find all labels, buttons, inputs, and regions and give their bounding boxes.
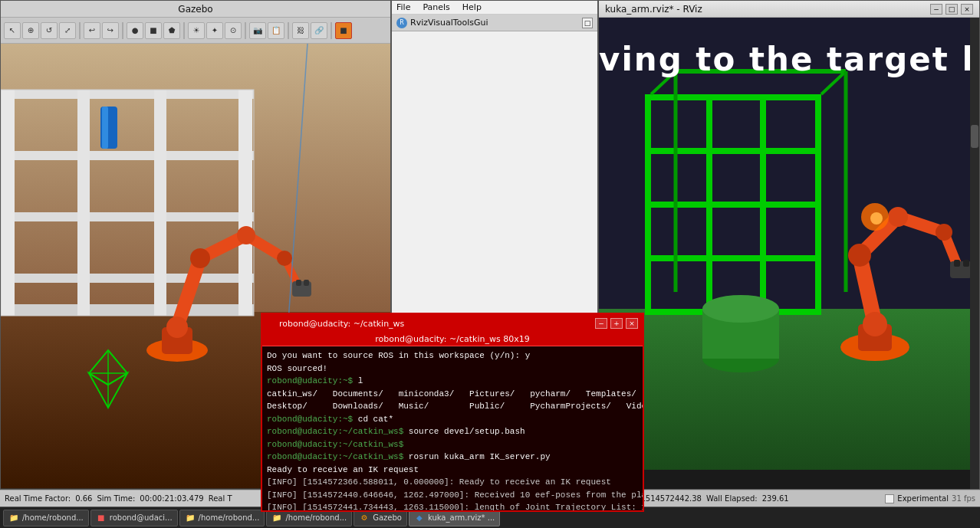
rviz-status-right: Experimental 31 fps [885,494,975,503]
toolbar-rotate[interactable]: ↺ [41,22,58,39]
taskbar-terminal-icon: ■ [96,513,107,523]
rviz-scene-svg [599,18,975,470]
svg-rect-3 [1,151,254,160]
terminal-title: robond@udacity: ~/catkin_ws [279,319,404,329]
rviz-window: kuka_arm.rviz* - RViz − □ × [598,0,980,490]
svg-rect-60 [963,260,969,267]
term-line-0: Do you want to source ROS in this worksp… [267,349,638,362]
term-line-4: Desktop/ Downloads/ Music/ Public/ Pycha… [267,400,638,413]
wall-elapsed-label: Wall Elapsed: [706,494,758,503]
svg-point-54 [863,312,887,336]
svg-rect-59 [954,260,960,267]
rviz-menu-file[interactable]: File [396,2,410,12]
toolbar-scale[interactable]: ⤢ [59,22,76,39]
rviz-titlebar: kuka_arm.rviz* - RViz − □ × [599,1,979,18]
toolbar-translate[interactable]: ⊕ [22,22,39,39]
svg-rect-26 [304,280,309,286]
term-line-9: Ready to receive an IK request [267,464,638,477]
toolbar-cylinder[interactable]: ⬟ [163,22,180,39]
terminal-titlebar: robond@udacity: ~/catkin_ws − + × [262,314,643,333]
svg-rect-33 [599,309,975,470]
toolbar-sep6 [331,22,332,39]
toolbar-box[interactable]: ■ [145,22,162,39]
taskbar-item-1[interactable]: ■ robond@udaci... [90,510,178,526]
rviz-title-controls: − □ × [930,4,973,15]
toolbar-undo[interactable]: ↩ [84,22,100,39]
wall-elapsed-value: 239.61 [762,494,789,503]
rviz-minimize-btn[interactable]: − [930,4,942,15]
taskbar-label-2: /home/robond... [199,513,260,522]
rviz-bg: ving to the target location [599,18,979,489]
taskbar-gazebo-icon: ⚙ [359,513,370,523]
toolbar-chain[interactable]: ⛓ [292,22,309,39]
toolbar-sep2 [122,22,123,39]
term-line-7: robond@udacity:~/catkin_ws$ [267,438,638,451]
rviz-scroll-thumb[interactable] [971,125,978,148]
fps-badge: 31 fps [952,494,975,503]
taskbar-label-0: /home/robond... [22,513,84,522]
toolbar-light-dir[interactable]: ⊙ [225,22,242,39]
svg-rect-25 [296,280,301,286]
taskbar-label-1: robond@udaci... [110,513,173,522]
taskbar-item-0[interactable]: 📁 /home/robond... [3,510,89,526]
rviz-menu-panels[interactable]: Panels [423,2,449,12]
svg-point-62 [870,212,883,225]
real-time-factor-label: Real Time Factor: [5,494,71,503]
gazebo-title: Gazebo [178,4,212,15]
toolbar-select[interactable]: ↖ [4,22,21,39]
svg-rect-2 [1,90,254,99]
rviz-tools-close-btn[interactable]: □ [582,18,593,28]
gazebo-toolbar: ↖ ⊕ ↺ ⤢ ↩ ↪ ● ■ ⬟ ☀ ✦ ⊙ 📷 📋 ⛓ 🔗 [1,18,390,44]
toolbar-sphere[interactable]: ● [127,22,143,39]
svg-rect-41 [760,94,766,315]
gazebo-titlebar: Gazebo [1,1,390,18]
toolbar-orange[interactable]: ■ [335,22,352,39]
toolbar-screenshot[interactable]: 📷 [249,22,266,39]
svg-rect-35 [645,148,821,154]
taskbar-folder-icon-2: 📁 [185,513,196,523]
rviz-close-btn[interactable]: × [961,4,973,15]
svg-rect-9 [154,90,166,316]
rviz-tools-title: RvizVisualToolsGui [410,18,488,28]
taskbar-folder-icon-3: 📁 [271,513,282,523]
toolbar-light-sun[interactable]: ☀ [188,22,205,39]
toolbar-sep3 [183,22,185,39]
terminal-maximize-btn[interactable]: + [610,318,623,329]
rviz-maximize-btn[interactable]: □ [945,4,958,15]
experimental-checkbox[interactable] [885,494,894,503]
terminal-minimize-btn[interactable]: − [595,318,607,329]
experimental-label: Experimental [897,494,949,503]
svg-point-65 [702,295,779,323]
svg-rect-37 [645,255,821,261]
taskbar-rviz-icon: ◆ [414,513,425,523]
term-line-2: robond@udacity:~$ l [267,375,638,388]
svg-rect-5 [1,274,254,283]
taskbar-label-3: /home/robond... [285,513,347,522]
toolbar-magnet[interactable]: 🔗 [311,22,327,39]
rviz-viewport[interactable]: ving to the target location [599,18,979,489]
svg-rect-10 [238,90,252,316]
toolbar-light-spot[interactable]: ✦ [206,22,223,39]
rviz-statusbar: All Time: 1514572442.38 Wall Elapsed: 23… [598,490,980,507]
svg-rect-36 [645,202,821,208]
taskbar-item-2[interactable]: 📁 /home/robond... [179,510,265,526]
real-time-label: Real T [209,494,232,503]
terminal-body[interactable]: Do you want to source ROS in this worksp… [262,346,643,510]
svg-point-20 [166,316,188,338]
svg-point-55 [848,244,871,267]
rviz-menu-help[interactable]: Help [462,2,482,12]
svg-rect-6 [1,304,254,316]
rviz-title: kuka_arm.rviz* - RViz [605,4,702,15]
terminal-window: robond@udacity: ~/catkin_ws − + × robond… [261,313,644,512]
terminal-close-btn[interactable]: × [626,318,638,329]
toolbar-sep1 [79,22,81,39]
rviz-scrollbar[interactable] [970,18,979,489]
term-line-1: ROS sourced! [267,362,638,376]
all-time-value: 1514572442.38 [640,494,702,503]
svg-rect-8 [77,90,90,316]
real-time-factor-value: 0.66 [75,494,92,503]
toolbar-redo[interactable]: ↪ [102,22,119,39]
toolbar-sep5 [288,22,289,39]
svg-point-21 [190,248,210,268]
toolbar-log[interactable]: 📋 [268,22,284,39]
